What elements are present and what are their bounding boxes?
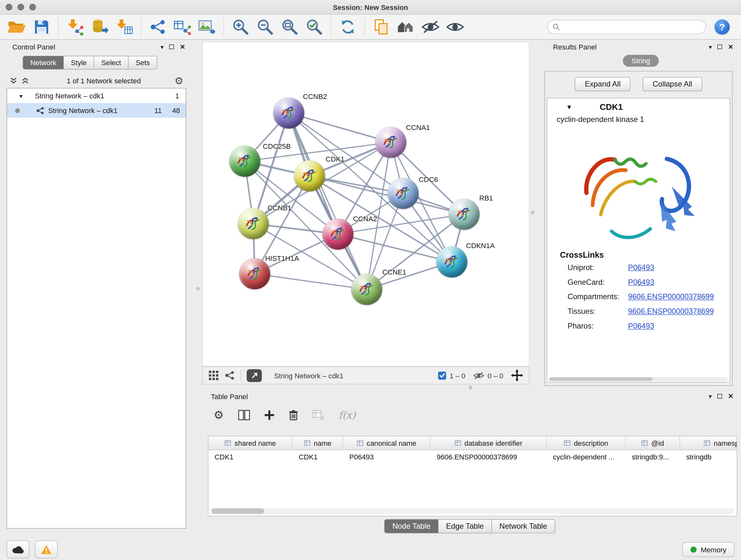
zoom-out-button[interactable] — [253, 16, 277, 38]
network-node-CCNA1[interactable] — [375, 127, 407, 158]
column-header-database-identifier[interactable]: database identifier — [430, 436, 547, 449]
network-node-CCNE1[interactable] — [351, 273, 382, 305]
table-horizontal-scrollbar[interactable] — [211, 508, 734, 514]
collapse-all-button[interactable]: Collapse All — [643, 77, 702, 91]
network-node-CCNB1[interactable] — [238, 208, 269, 240]
search-box[interactable] — [547, 20, 706, 34]
network-node-CDK1[interactable] — [294, 160, 325, 192]
tab-sets[interactable]: Sets — [129, 56, 157, 70]
string-tab-badge[interactable]: String — [623, 55, 658, 67]
selected-nodes-checkbox[interactable] — [438, 371, 446, 379]
collapse-all-networks-icon[interactable] — [10, 77, 17, 84]
network-node-CCNB2[interactable] — [273, 98, 305, 129]
network-node-RB1[interactable] — [448, 199, 480, 230]
tab-select[interactable]: Select — [94, 56, 129, 70]
tab-network-table[interactable]: Network Table — [492, 519, 555, 533]
network-row[interactable]: String Network – cdk1 11 48 — [7, 103, 186, 118]
network-node-HIST1H1A[interactable] — [239, 258, 270, 290]
search-input[interactable] — [563, 23, 701, 31]
network-collection-row[interactable]: ▼ String Network – cdk1 1 — [7, 88, 186, 103]
first-neighbors-button[interactable] — [394, 16, 418, 38]
float-panel-icon[interactable] — [170, 44, 174, 49]
import-table-button[interactable] — [112, 16, 137, 38]
panel-menu-icon[interactable]: ▾ — [160, 44, 164, 50]
close-panel-icon[interactable]: ✕ — [728, 44, 733, 50]
crosslink-row: Tissues:9606.ENSP00000378699 — [547, 304, 730, 319]
close-panel-icon[interactable]: ✕ — [180, 44, 185, 50]
import-network-file-button[interactable] — [63, 16, 87, 38]
grid-view-icon[interactable] — [208, 370, 219, 381]
show-columns-icon[interactable] — [238, 410, 250, 421]
table-cell[interactable]: 9606.ENSP00000378699 — [430, 450, 547, 464]
expand-all-button[interactable]: Expand All — [575, 77, 630, 91]
tab-network[interactable]: Network — [23, 56, 64, 70]
close-panel-icon[interactable]: ✕ — [728, 393, 733, 400]
column-header-canonical-name[interactable]: canonical name — [343, 436, 430, 449]
warnings-button[interactable] — [35, 541, 58, 558]
column-header-description[interactable]: description — [547, 436, 625, 449]
table-cell[interactable]: P06493 — [343, 450, 430, 464]
save-session-button[interactable] — [29, 16, 54, 38]
network-name: String Network – cdk1 — [48, 106, 118, 114]
tab-style[interactable]: Style — [64, 56, 94, 70]
left-splitter-handle[interactable] — [196, 287, 199, 290]
show-all-button[interactable] — [443, 16, 468, 38]
crosslink-link[interactable]: P06493 — [628, 322, 654, 330]
tab-node-table[interactable]: Node Table — [384, 519, 439, 533]
memory-button[interactable]: Memory — [682, 542, 734, 557]
column-header--id[interactable]: @id — [626, 436, 680, 449]
help-button[interactable]: ? — [715, 19, 730, 35]
zoom-fit-button[interactable] — [277, 16, 302, 38]
section-collapse-icon[interactable]: ▼ — [566, 104, 572, 111]
network-node-CDC6[interactable] — [387, 178, 419, 209]
table-cell[interactable]: CDK1 — [293, 450, 343, 464]
table-cell[interactable]: stringdb:9... — [626, 450, 680, 464]
open-session-button[interactable] — [5, 16, 29, 38]
right-splitter-handle[interactable] — [531, 211, 535, 214]
table-cell[interactable]: stringdb — [680, 450, 737, 464]
export-network-button[interactable] — [170, 16, 195, 38]
tree-expand-icon[interactable]: ▼ — [18, 93, 23, 99]
node-table[interactable]: shared namenamecanonical namedatabase id… — [208, 436, 738, 516]
detach-view-button[interactable] — [247, 369, 262, 382]
table-cell[interactable]: cyclin-dependent ... — [547, 450, 625, 464]
table-row[interactable]: CDK1CDK1P064939606.ENSP00000378699cyclin… — [208, 450, 737, 464]
delete-column-icon[interactable] — [288, 409, 298, 421]
crosslink-link[interactable]: 9606.ENSP00000378699 — [628, 307, 714, 316]
hidden-eye-slash-icon[interactable] — [473, 371, 484, 380]
horizontal-splitter-handle[interactable] — [469, 386, 472, 389]
panel-menu-icon[interactable]: ▾ — [709, 44, 712, 50]
float-panel-icon[interactable] — [718, 44, 722, 49]
apply-layout-button[interactable] — [335, 16, 360, 38]
new-network-button[interactable] — [145, 16, 170, 38]
create-column-icon[interactable] — [264, 410, 274, 421]
crosslink-link[interactable]: P06493 — [628, 263, 654, 272]
cloud-button[interactable] — [7, 541, 29, 558]
duplicate-button[interactable] — [369, 16, 394, 38]
float-panel-icon[interactable] — [718, 394, 722, 399]
crosslink-link[interactable]: P06493 — [628, 278, 654, 287]
zoom-selected-button[interactable] — [302, 16, 327, 38]
results-horizontal-scrollbar[interactable] — [549, 377, 728, 381]
hide-selected-button[interactable] — [418, 16, 443, 38]
network-options-gear-icon[interactable]: ⚙ — [175, 75, 184, 85]
network-node-CCNA2[interactable] — [322, 219, 354, 250]
crosslink-link[interactable]: 9606.ENSP00000378699 — [628, 293, 714, 301]
import-network-database-button[interactable] — [87, 16, 112, 38]
crosslink-label: Compartments: — [568, 293, 628, 301]
network-node-CDC25B[interactable] — [229, 145, 260, 177]
table-options-gear-icon[interactable]: ⚙ — [213, 409, 224, 421]
zoom-in-button[interactable] — [228, 16, 253, 38]
tab-edge-table[interactable]: Edge Table — [439, 519, 492, 533]
column-header-name[interactable]: name — [293, 436, 343, 449]
panel-menu-icon[interactable]: ▾ — [709, 393, 712, 399]
table-cell[interactable]: CDK1 — [208, 450, 293, 464]
export-image-button[interactable] — [195, 16, 219, 38]
expand-all-networks-icon[interactable] — [21, 77, 29, 84]
network-node-CDKN1A[interactable] — [436, 246, 468, 278]
pan-tool-icon[interactable] — [511, 369, 523, 382]
column-header-namespace[interactable]: namespace — [680, 436, 737, 449]
network-canvas[interactable]: CCNB2CCNA1CDC25BCDK1CDC6RB1CCNB1CCNA2CDK… — [202, 42, 529, 366]
network-overview-icon[interactable] — [224, 371, 235, 380]
column-header-shared-name[interactable]: shared name — [208, 436, 293, 449]
